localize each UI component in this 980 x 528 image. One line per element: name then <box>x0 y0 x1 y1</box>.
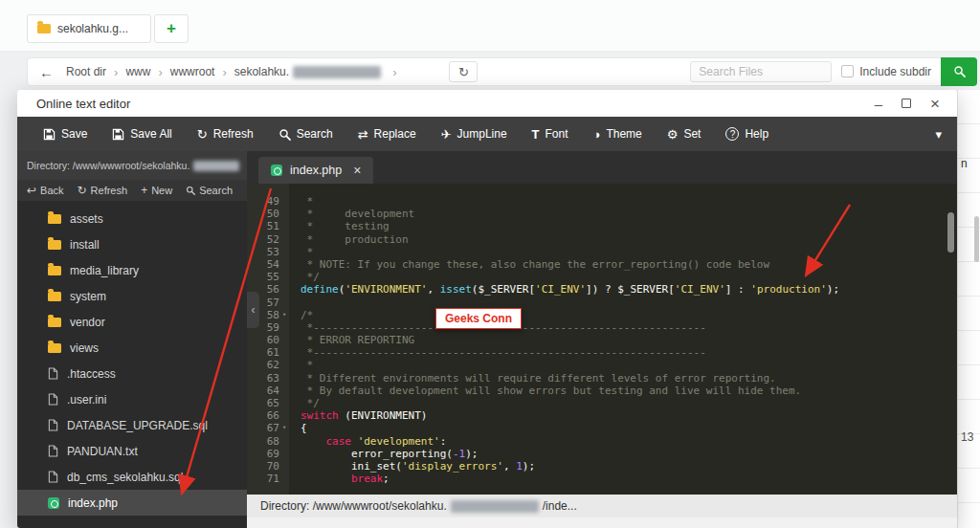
browser-tab-strip: sekolahku.g... + <box>0 0 980 52</box>
toolbar-jumpline-button[interactable]: ✈JumpLine <box>429 117 520 151</box>
sidebar-new-button[interactable]: +New <box>141 185 172 196</box>
code-line-60: * ERROR REPORTING <box>301 334 957 346</box>
include-subdir-checkbox[interactable] <box>841 65 854 77</box>
tree-item-db-cms-sekolahku-sql[interactable]: db_cms_sekolahku.sql <box>17 464 247 490</box>
toolbar-save-button[interactable]: Save <box>31 117 100 151</box>
tree-item-system[interactable]: system <box>17 283 247 309</box>
code-line-52: * production <box>301 233 957 246</box>
line-number: 61 <box>247 346 289 359</box>
chevron-down-icon[interactable]: ▾ <box>935 127 942 142</box>
code-line-50: * development <box>301 208 957 220</box>
toolbar-button-label: Set <box>683 127 701 141</box>
toolbar-search-button[interactable]: Search <box>266 117 345 151</box>
code-line-68: case 'development': <box>301 435 957 448</box>
line-number: 66 <box>247 409 289 422</box>
sidebar-back-button[interactable]: ↩Back <box>27 185 64 196</box>
tree-item-database-upgrade-sql[interactable]: DATABASE_UPGRADE.sql <box>17 412 247 438</box>
tree-item-assets[interactable]: assets <box>17 206 247 231</box>
sidebar-action-label: Back <box>40 185 63 196</box>
modal-title: Online text editor <box>36 97 130 111</box>
tree-item-label: vendor <box>70 316 105 329</box>
code-line-71: break; <box>301 473 957 485</box>
toolbar-theme-button[interactable]: ◑Theme <box>581 117 655 151</box>
folder-icon <box>48 240 61 250</box>
modal-header: Online text editor – × <box>17 90 957 117</box>
tree-item-htaccess[interactable]: .htaccess <box>17 361 247 386</box>
php-file-icon <box>48 497 59 509</box>
tree-item-label: system <box>70 290 106 303</box>
editor-scrollbar[interactable] <box>947 212 954 253</box>
tree-item-views[interactable]: views <box>17 335 247 361</box>
toolbar-font-button[interactable]: TFont <box>520 117 581 151</box>
line-number: 50 <box>247 208 289 220</box>
toolbar-button-label: Replace <box>374 127 416 141</box>
save-all-icon <box>112 128 124 141</box>
code-line-64: * By default development will show error… <box>301 385 957 397</box>
folder-icon <box>48 292 61 301</box>
toolbar-button-label: Theme <box>606 127 641 141</box>
refresh-path-button[interactable]: ↻ <box>449 61 478 82</box>
file-icon <box>48 445 58 457</box>
close-icon[interactable]: × <box>930 96 940 112</box>
line-number: 52 <box>247 233 289 246</box>
tree-item-label: index.php <box>68 496 118 510</box>
tree-item-media-library[interactable]: media_library <box>17 257 247 283</box>
tree-item-label: .htaccess <box>67 367 116 381</box>
file-search-group: Include subdir <box>690 57 977 86</box>
tree-item-label: .user.ini <box>67 393 106 407</box>
toolbar-help-button[interactable]: ?Help <box>713 117 781 151</box>
toolbar-replace-button[interactable]: ⇄Replace <box>345 117 429 151</box>
code-editor[interactable]: 49505152535455565758▾596061626364656667▾… <box>247 184 957 495</box>
folder-icon <box>37 24 51 33</box>
tree-item-install[interactable]: install <box>17 231 247 257</box>
breadcrumb-item[interactable]: Root dir <box>65 65 107 78</box>
window-tab[interactable]: sekolahku.g... <box>27 14 151 43</box>
font-icon: T <box>532 128 540 141</box>
folder-icon <box>48 214 61 224</box>
line-number: 53 <box>247 246 289 258</box>
search-files-button[interactable] <box>941 57 977 86</box>
line-number: 55 <box>247 271 289 283</box>
toolbar-button-label: Help <box>745 127 768 141</box>
background-scrollbar[interactable] <box>974 216 979 262</box>
path-bar: ← Root dir›www›wwwroot›sekolahku.› ↻ Inc… <box>27 57 977 86</box>
background-file-panel: n 13 <box>957 90 980 528</box>
back-arrow-icon[interactable]: ← <box>39 64 54 80</box>
editor-toolbar: SaveSave All↻RefreshSearch⇄Replace✈JumpL… <box>17 117 957 151</box>
refresh-icon: ↻ <box>197 128 208 141</box>
sidebar-search-button[interactable]: Search <box>186 185 233 196</box>
sidebar-refresh-button[interactable]: ↻Refresh <box>78 185 128 196</box>
search-files-input[interactable] <box>690 61 832 82</box>
tree-item-index-php[interactable]: index.php <box>17 490 247 516</box>
watermark-label: Geeks Conn <box>435 308 522 329</box>
maximize-icon[interactable] <box>902 99 911 108</box>
include-subdir-label: Include subdir <box>859 65 931 78</box>
tree-item-panduan-txt[interactable]: PANDUAN.txt <box>17 438 247 464</box>
sidebar-collapse-handle[interactable]: ‹ <box>247 292 259 328</box>
tree-item-vendor[interactable]: vendor <box>17 309 247 335</box>
breadcrumb-item[interactable]: wwwroot <box>169 65 216 78</box>
tab-index-php[interactable]: index.php × <box>258 157 373 184</box>
toolbar-button-label: Refresh <box>213 127 254 141</box>
file-icon <box>48 419 58 431</box>
tab-close-icon[interactable]: × <box>353 163 361 178</box>
code-line-53: * <box>301 246 957 258</box>
background-partial-text: n <box>961 157 968 170</box>
toolbar-set-button[interactable]: ⚙Set <box>655 117 714 151</box>
toolbar-refresh-button[interactable]: ↻Refresh <box>185 117 266 151</box>
breadcrumb-item[interactable]: www <box>124 65 151 78</box>
line-number: 71 <box>247 473 289 485</box>
toolbar-save-all-button[interactable]: Save All <box>100 117 184 151</box>
new-tab-button[interactable]: + <box>154 14 189 43</box>
minimize-icon[interactable]: – <box>875 97 882 111</box>
status-directory-suffix: /inde... <box>543 499 577 513</box>
code-line-65: */ <box>301 397 957 409</box>
search-icon <box>953 65 966 77</box>
help-icon: ? <box>725 127 739 141</box>
tree-item-user-ini[interactable]: .user.ini <box>17 386 247 412</box>
line-number: 65 <box>247 397 289 409</box>
file-icon <box>48 367 58 380</box>
toolbar-button-label: Font <box>546 127 568 141</box>
file-icon <box>48 471 58 483</box>
breadcrumb-item[interactable]: sekolahku. <box>234 65 386 78</box>
